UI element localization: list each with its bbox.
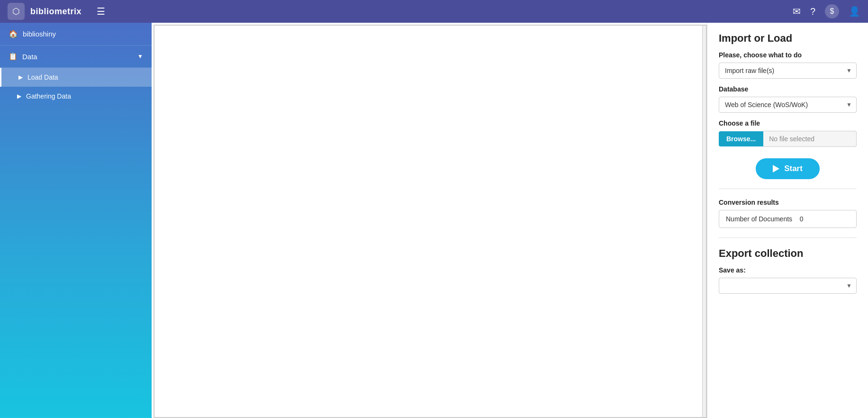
conversion-title: Conversion results [719,199,857,206]
main-panel [154,25,707,418]
sidebar-home[interactable]: 🏠 biblioshiny [0,23,152,45]
main-layout: 🏠 biblioshiny 📋 Data ▼ ▶ Load Data ▶ Gat… [0,23,868,418]
divider-2 [719,237,857,238]
play-icon [773,165,779,173]
help-icon[interactable]: ? [810,6,815,17]
header-right: ✉ ? $ 👤 [793,4,860,18]
save-as-label: Save as: [719,266,857,274]
export-title: Export collection [719,247,857,260]
start-button[interactable]: Start [756,158,820,179]
chevron-right-icon-2: ▶ [17,93,21,100]
sidebar-home-label: biblioshiny [23,30,56,38]
sidebar: 🏠 biblioshiny 📋 Data ▼ ▶ Load Data ▶ Gat… [0,23,152,418]
right-panel: Import or Load Please, choose what to do… [707,23,868,418]
divider-1 [719,189,857,189]
header-left: ⬡ bibliometrix ☰ [8,3,105,20]
sidebar-data-label: Data [22,53,37,61]
choose-select[interactable]: Import raw file(s) Load a bibliometrix f… [719,63,857,79]
save-as-select[interactable] [719,278,857,294]
results-box: Number of Documents 0 [719,210,857,228]
doc-count-value: 0 [800,215,804,223]
app-title: bibliometrix [30,7,81,17]
resize-handle[interactable] [702,26,706,417]
dollar-icon[interactable]: $ [825,4,839,18]
file-name-display: No file selected [763,131,857,147]
start-label: Start [784,164,803,173]
conversion-section: Conversion results Number of Documents 0 [719,199,857,228]
database-select[interactable]: Web of Science (WoS/WoK) Scopus PubMed D… [719,97,857,113]
home-icon: 🏠 [9,29,18,38]
user-icon[interactable]: 👤 [849,6,860,17]
data-icon: 📋 [9,52,18,61]
sidebar-data-section[interactable]: 📋 Data ▼ [0,45,152,68]
choose-label: Please, choose what to do [719,51,857,59]
import-title: Import or Load [719,32,857,45]
import-section: Import or Load Please, choose what to do… [719,32,857,179]
header: ⬡ bibliometrix ☰ ✉ ? $ 👤 [0,0,868,23]
doc-count-label: Number of Documents [726,215,792,223]
file-label: Choose a file [719,119,857,127]
database-wrapper: Web of Science (WoS/WoK) Scopus PubMed D… [719,97,857,113]
mail-icon[interactable]: ✉ [793,6,801,17]
choose-wrapper: Import raw file(s) Load a bibliometrix f… [719,63,857,79]
browse-button[interactable]: Browse... [719,131,763,146]
file-input-row: Browse... No file selected [719,131,857,147]
chevron-right-icon: ▶ [18,74,23,81]
save-as-wrapper: ▼ [719,278,857,294]
sidebar-section-left: 📋 Data [9,52,37,61]
sidebar-item-label: Load Data [27,73,58,81]
content: Import or Load Please, choose what to do… [152,23,868,418]
sidebar-item-label-2: Gathering Data [26,92,71,100]
start-btn-row: Start [719,158,857,179]
database-label: Database [719,85,857,93]
hamburger-icon[interactable]: ☰ [97,6,105,17]
sidebar-item-load-data[interactable]: ▶ Load Data [0,68,152,87]
logo-icon: ⬡ [8,3,25,20]
sidebar-item-gathering-data[interactable]: ▶ Gathering Data [0,87,152,106]
export-section: Export collection Save as: ▼ [719,247,857,294]
chevron-down-icon: ▼ [137,53,143,60]
